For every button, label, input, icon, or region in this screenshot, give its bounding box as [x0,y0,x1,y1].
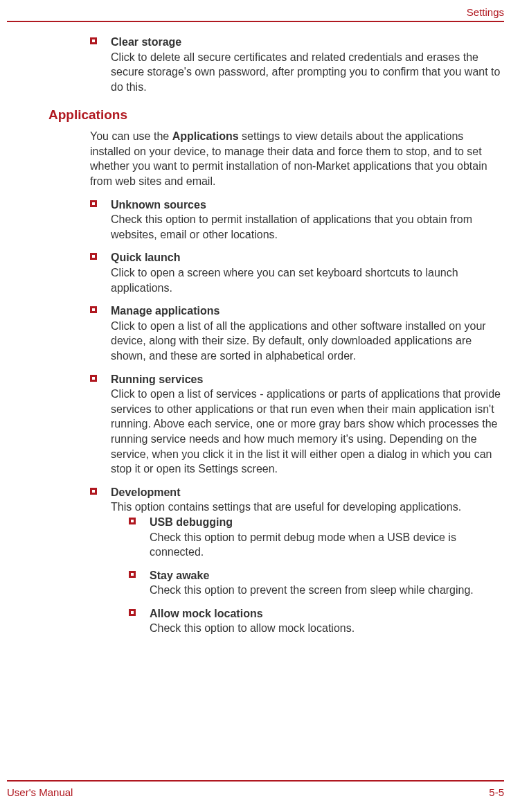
item-desc: This option contains settings that are u… [111,501,461,513]
list-item: Manage applications Click to open a list… [90,303,504,363]
list-item: Unknown sources Check this option to per… [90,197,504,242]
sub-list: USB debugging Check this option to permi… [129,515,504,636]
section-heading: Applications [48,106,504,124]
item-desc: Click to open a list of all the applicat… [111,320,486,362]
header-rule [7,21,504,22]
list-item: Running services Click to open a list of… [90,372,504,477]
item-title: Allow mock locations [150,608,263,619]
header-title: Settings [467,6,504,18]
page-footer: User's Manual 5-5 [0,780,511,800]
intro-paragraph: You can use the Applications settings to… [90,129,504,188]
item-desc: Click to open a screen where you can set… [111,267,458,294]
item-desc: Check this option to permit debug mode w… [150,531,456,558]
list-item: Development This option contains setting… [90,485,504,636]
top-list: Clear storage Click to delete all secure… [90,35,504,94]
bullet-icon [90,306,97,313]
bullet-icon [129,518,136,524]
footer-left: User's Manual [7,786,73,800]
footer-right: 5-5 [489,786,504,800]
bullet-icon [90,488,97,495]
page-content: Clear storage Click to delete all secure… [7,35,504,636]
item-desc: Check this option to prevent the screen … [150,584,474,596]
item-title: Quick launch [111,251,180,263]
item-desc: Check this option to permit installation… [111,213,472,240]
item-title: USB debugging [150,516,233,528]
item-title: Stay awake [150,570,209,581]
bullet-icon [90,37,97,44]
page-header: Settings [7,0,504,21]
item-desc: Check this option to allow mock location… [150,622,355,634]
list-item: Stay awake Check this option to prevent … [129,568,504,598]
item-desc: Click to delete all secure certificates … [111,51,500,93]
bullet-icon [129,609,136,616]
item-title: Development [111,486,180,498]
item-title: Manage applications [111,305,219,317]
list-item: Quick launch Click to open a screen wher… [90,250,504,295]
list-item: Allow mock locations Check this option t… [129,606,504,636]
item-title: Clear storage [111,36,181,48]
item-title: Running services [111,373,203,385]
list-item: Clear storage Click to delete all secure… [90,35,504,94]
bullet-icon [90,200,97,207]
list-item: USB debugging Check this option to permi… [129,515,504,560]
section-list: Unknown sources Check this option to per… [90,197,504,636]
bullet-icon [90,375,97,382]
intro-prefix: You can use the [90,130,172,142]
item-desc: Click to open a list of services - appli… [111,388,501,475]
bullet-icon [129,571,136,578]
item-title: Unknown sources [111,199,206,211]
intro-bold: Applications [172,130,239,142]
bullet-icon [90,253,97,260]
footer-rule [7,780,504,782]
